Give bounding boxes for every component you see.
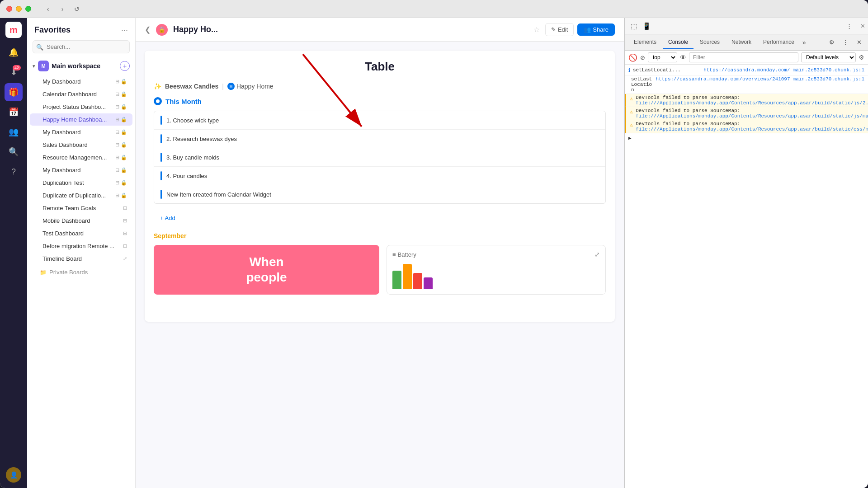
- item-label: 2. Research beeswax dyes: [166, 136, 237, 142]
- log-warn-text-2: DevTools failed to parse SourceMap: file…: [636, 108, 868, 119]
- table-row[interactable]: 2. Research beeswax dyes: [154, 130, 605, 148]
- table-items: 1. Choose wick type 2. Research beeswax …: [154, 111, 606, 204]
- tab-performance[interactable]: Performance: [758, 36, 800, 49]
- workspace-add-button[interactable]: +: [120, 61, 130, 71]
- board-dot-icon: H: [227, 83, 235, 90]
- nav-item-mobile[interactable]: Mobile Dashboard ⊟: [30, 215, 132, 227]
- nav-item-sales[interactable]: Sales Dashboard ⊟ 🔒: [30, 139, 132, 151]
- back-button[interactable]: ‹: [42, 5, 54, 14]
- devtools-device-button[interactable]: 📱: [641, 21, 652, 32]
- people-button[interactable]: 👥: [5, 123, 23, 141]
- nav-item-timeline[interactable]: Timeline Board ⤢: [30, 253, 132, 265]
- calendar-button[interactable]: 📅: [5, 103, 23, 121]
- nav-item-test[interactable]: Test Dashboard ⊟: [30, 227, 132, 239]
- tab-sources[interactable]: Sources: [694, 36, 725, 49]
- devtools-detach-icon[interactable]: ✕: [854, 37, 864, 48]
- devtools-toolbar: 🚫 ⊘ top 👁 Default levels: [625, 51, 868, 65]
- devtools-tabs: Elements Console Sources Network Perform…: [625, 34, 868, 51]
- table-row[interactable]: New Item created from Calendar Widget: [154, 185, 605, 203]
- inbox-button[interactable]: ⬇ 42: [5, 63, 23, 81]
- separator: |: [222, 83, 224, 90]
- table-row[interactable]: 1. Choose wick type: [154, 111, 605, 130]
- workspace-header[interactable]: ▾ M Main workspace +: [27, 57, 135, 75]
- edit-button[interactable]: ✎ Edit: [545, 23, 574, 36]
- nav-item-duplication[interactable]: Duplication Test ⊟ 🔒: [30, 177, 132, 189]
- nav-search-container: 🔍: [33, 40, 130, 53]
- nav-item-resource[interactable]: Resource Managemen... ⊟ 🔒: [30, 151, 132, 164]
- add-item-button[interactable]: + Add: [154, 211, 606, 225]
- devtools-eye-button[interactable]: 👁: [680, 54, 686, 61]
- table-row[interactable]: 4. Pour candles: [154, 167, 605, 185]
- devtools-expand-arrow[interactable]: ▶: [625, 133, 868, 143]
- forward-button[interactable]: ›: [57, 5, 68, 14]
- tab-console[interactable]: Console: [663, 36, 693, 49]
- avatar[interactable]: 👤: [6, 467, 21, 483]
- lock-icon-5: 🔒: [121, 129, 127, 135]
- help-button[interactable]: ?: [5, 163, 23, 181]
- nav-header: Favorites ···: [27, 18, 135, 38]
- share-button[interactable]: 👥 Share: [577, 23, 615, 36]
- dashboard-icon-8: ⊟: [115, 167, 119, 173]
- sourcemap-link-2[interactable]: file:///Applications/monday.app/Contents…: [636, 113, 868, 119]
- avatar-initials: 👤: [10, 471, 18, 479]
- nav-item-happy-home[interactable]: Happy Home Dashboa... ⊟ 🔒: [30, 113, 132, 126]
- nav-item-calendar[interactable]: Calendar Dashboard ⊟ 🔒: [30, 88, 132, 100]
- devtools-more-button[interactable]: ⋮: [844, 21, 854, 32]
- item-bar: [160, 116, 162, 125]
- nav-item-my-dashboard-3[interactable]: My Dashboard ⊟ 🔒: [30, 164, 132, 176]
- favorite-star-button[interactable]: ☆: [533, 25, 540, 34]
- context-dropdown[interactable]: top: [648, 52, 677, 62]
- icon-sidebar: m 🔔 ⬇ 42 🎁 📅 👥 🔍 ?: [0, 18, 27, 488]
- nav-item-project-status[interactable]: Project Status Dashbo... ⊟ 🔒: [30, 101, 132, 113]
- nav-item-migration[interactable]: Before migration Remote ... ⊟: [30, 240, 132, 252]
- search-button[interactable]: 🔍: [5, 143, 23, 161]
- tab-elements[interactable]: Elements: [628, 36, 662, 49]
- nav-item-my-dashboard-1[interactable]: My Dashboard ⊟ 🔒: [30, 75, 132, 88]
- devtools-settings-icon[interactable]: ⚙: [826, 37, 837, 48]
- devtools-filter-input[interactable]: [689, 52, 798, 62]
- private-boards-section[interactable]: 📁 Private Boards: [27, 265, 135, 279]
- workspace-expand-icon: ▾: [33, 63, 35, 69]
- nav-title: Favorites: [34, 25, 71, 35]
- devtools-close-button[interactable]: ✕: [857, 21, 868, 32]
- logo[interactable]: m: [5, 22, 22, 38]
- devtools-clear-button[interactable]: 🚫: [628, 53, 637, 62]
- nav-item-my-dashboard-2[interactable]: My Dashboard ⊟ 🔒: [30, 126, 132, 138]
- table-row[interactable]: 3. Buy candle molds: [154, 148, 605, 167]
- expand-icon[interactable]: ⤢: [594, 251, 600, 258]
- refresh-button[interactable]: ↺: [71, 5, 83, 14]
- devtools-top-icons: ⬚ 📱: [625, 21, 656, 32]
- lock-icon-6: 🔒: [121, 142, 127, 148]
- when-people-widget: When people: [154, 245, 379, 295]
- battery-title: ≡ Battery: [392, 251, 416, 258]
- devtools-panel: ⬚ 📱 ⋮ ✕ Elements Console Sources Network: [624, 18, 868, 488]
- levels-dropdown[interactable]: Default levels: [801, 52, 856, 62]
- tab-network[interactable]: Network: [726, 36, 757, 49]
- devtools-inspect-button[interactable]: ⬚: [628, 21, 639, 32]
- devtools-gear-icon[interactable]: ⚙: [859, 54, 864, 61]
- nav-more-button[interactable]: ···: [121, 25, 128, 35]
- nav-item-duplicate[interactable]: Duplicate of Duplicatio... ⊟ 🔒: [30, 189, 132, 202]
- devtools-context-select[interactable]: top: [648, 52, 677, 62]
- devtools-more-icon[interactable]: ⋮: [840, 37, 851, 48]
- log-link-2[interactable]: https://cassandra.monday.com/overviews/2…: [656, 76, 790, 82]
- warn-icon-3: ⚠: [630, 122, 633, 128]
- sparkle-icon: ✨: [154, 83, 161, 90]
- sourcemap-link-3[interactable]: file:///Applications/monday.app/Contents…: [636, 127, 868, 132]
- collapse-sidebar-button[interactable]: ❮: [145, 25, 151, 34]
- lock-icon: 🔒: [121, 79, 127, 84]
- workspace-name: Main workspace: [52, 62, 117, 70]
- log-link-1[interactable]: https://cassandra.monday.com/: [703, 67, 790, 73]
- maximize-button[interactable]: [25, 6, 31, 12]
- devtools-filter-button[interactable]: ⊘: [640, 54, 645, 61]
- item-bar: [160, 134, 162, 143]
- nav-search-input[interactable]: [33, 40, 130, 53]
- gift-button[interactable]: 🎁: [5, 83, 23, 101]
- devtools-tabs-more[interactable]: »: [802, 39, 806, 46]
- item-bar: [160, 171, 162, 180]
- nav-item-remote-goals[interactable]: Remote Team Goals ⊟: [30, 202, 132, 214]
- minimize-button[interactable]: [16, 6, 22, 12]
- sourcemap-link-1[interactable]: file:///Applications/monday.app/Contents…: [636, 100, 868, 106]
- notification-button[interactable]: 🔔: [5, 43, 23, 61]
- close-button[interactable]: [6, 6, 12, 12]
